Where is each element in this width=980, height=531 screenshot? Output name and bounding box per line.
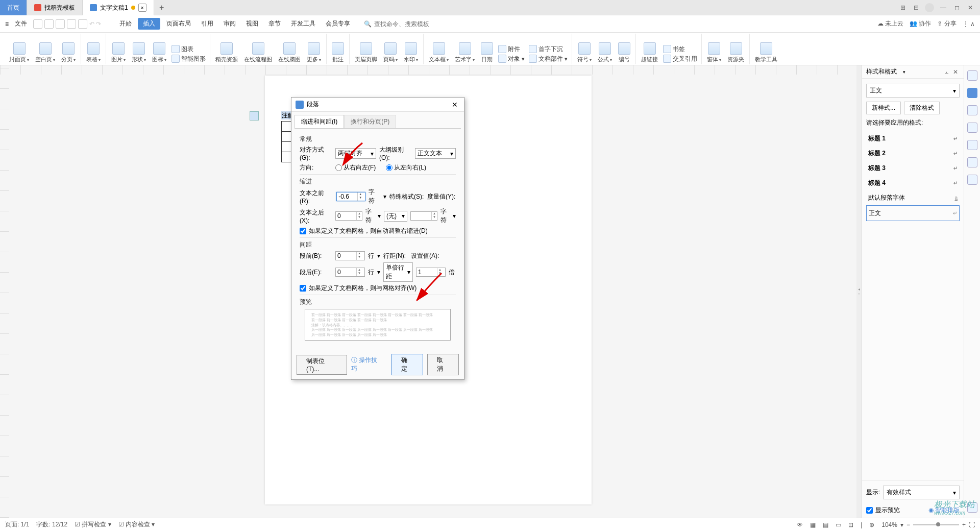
user-icon[interactable]	[925, 3, 934, 12]
btn-symbol[interactable]: 符号	[575, 41, 594, 64]
btn-resource[interactable]: 资源夹	[725, 41, 746, 64]
btn-window[interactable]: 窗体	[705, 41, 723, 64]
btn-crossref[interactable]: 交叉引用	[663, 55, 697, 63]
btn-attach[interactable]: 附件	[498, 45, 525, 54]
search-icon: 🔍	[364, 20, 372, 28]
btn-table[interactable]: 表格	[84, 41, 103, 64]
menu-vip[interactable]: 会员专享	[322, 18, 354, 29]
btn-chart[interactable]: 图表	[172, 45, 206, 54]
btn-parts[interactable]: 文档部件▾	[529, 55, 568, 63]
btn-cover[interactable]: 封面页	[7, 41, 31, 64]
btn-pagenum[interactable]: 页码	[381, 41, 400, 64]
share-button[interactable]: ⇪ 分享	[937, 19, 956, 28]
tab-document[interactable]: 文字文稿1×	[83, 0, 154, 15]
btn-formula[interactable]: 公式	[596, 41, 614, 64]
maximize-button[interactable]: ◻	[952, 3, 962, 12]
modified-dot	[131, 6, 135, 10]
new-tab-button[interactable]: +	[154, 0, 169, 15]
save-icon[interactable]	[33, 19, 42, 29]
quick-access	[33, 19, 87, 29]
btn-textbox[interactable]: 文本框	[427, 41, 451, 64]
btn-res[interactable]: 稻壳资源	[213, 41, 240, 64]
close-tab-button[interactable]: ×	[138, 4, 146, 12]
close-window-button[interactable]: ✕	[966, 3, 975, 12]
tab-home[interactable]: 首页	[0, 0, 27, 15]
layout-icon[interactable]: ⊞	[898, 3, 908, 12]
btn-dropcap[interactable]: 首字下沉	[529, 45, 568, 54]
tab-templates[interactable]: 找稻壳模板	[27, 0, 83, 15]
menu-layout[interactable]: 页面布局	[162, 18, 195, 29]
menu-chapter[interactable]: 章节	[264, 18, 285, 29]
btn-smart[interactable]: 智能图形	[172, 55, 206, 63]
template-icon	[34, 4, 41, 11]
btn-number[interactable]: 编号	[616, 41, 632, 64]
menu-insert[interactable]: 插入	[138, 18, 160, 30]
apps-icon[interactable]: ⊟	[912, 3, 921, 12]
btn-teach[interactable]: 教学工具	[753, 41, 779, 64]
btn-flow[interactable]: 在线流程图	[242, 41, 274, 64]
menu-dev[interactable]: 开发工具	[287, 18, 320, 29]
redo-icon[interactable]	[78, 19, 87, 29]
menu-file[interactable]: 文件	[11, 18, 31, 29]
menu-review[interactable]: 审阅	[219, 18, 240, 29]
cloud-status[interactable]: ☁ 未上云	[877, 19, 903, 28]
hamburger-icon[interactable]: ≡	[5, 20, 9, 28]
btn-more[interactable]: 更多	[305, 41, 323, 64]
search-input[interactable]	[374, 20, 435, 28]
preview-icon[interactable]	[56, 19, 65, 29]
btn-pic[interactable]: 图片	[109, 41, 128, 64]
btn-headerfooter[interactable]: 页眉页脚	[353, 41, 379, 64]
btn-comment[interactable]: 批注	[330, 41, 346, 64]
more-menu[interactable]: ⋮ ∧	[963, 20, 975, 28]
btn-break[interactable]: 分页	[59, 41, 78, 64]
btn-shape[interactable]: 形状	[130, 41, 148, 64]
btn-link[interactable]: 超链接	[639, 41, 660, 64]
window-controls: ⊞ ⊟ — ◻ ✕	[898, 0, 980, 15]
menu-view[interactable]: 视图	[242, 18, 262, 29]
btn-date[interactable]: 日期	[479, 41, 495, 64]
undo-icon[interactable]	[67, 19, 76, 29]
print-icon[interactable]	[44, 19, 54, 29]
collab-button[interactable]: 👥 协作	[910, 19, 931, 28]
search-box[interactable]: 🔍	[364, 20, 435, 28]
btn-object[interactable]: 对象▾	[498, 55, 525, 63]
menu-start[interactable]: 开始	[115, 18, 136, 29]
menu-ref[interactable]: 引用	[197, 18, 217, 29]
btn-wordart[interactable]: 艺术字	[453, 41, 477, 64]
btn-watermark[interactable]: 水印	[402, 41, 420, 64]
doc-icon	[90, 4, 97, 11]
btn-bookmark[interactable]: 书签	[663, 45, 697, 54]
btn-icon[interactable]: 图标	[150, 41, 168, 64]
btn-blank[interactable]: 空白页	[33, 41, 57, 64]
btn-mind[interactable]: 在线脑图	[276, 41, 303, 64]
minimize-button[interactable]: —	[938, 3, 948, 12]
